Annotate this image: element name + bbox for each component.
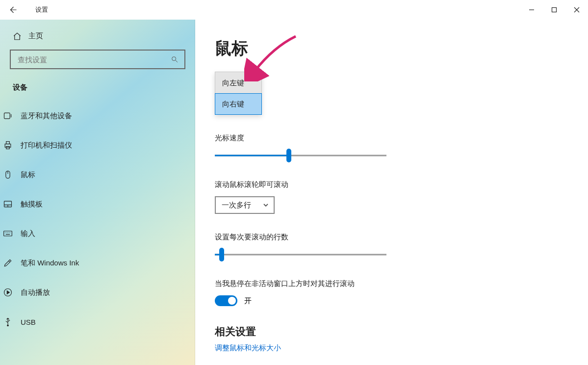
scroll-wheel-combo[interactable]: 一次多行 <box>215 196 275 214</box>
sidebar-item-label: 自动播放 <box>21 288 50 297</box>
touchpad-icon <box>3 199 13 209</box>
svg-rect-2 <box>4 113 10 119</box>
chevron-down-icon <box>263 202 269 208</box>
sidebar-item-touchpad[interactable]: 触摸板 <box>0 189 195 219</box>
search-input[interactable] <box>18 55 171 64</box>
svg-point-1 <box>172 57 176 61</box>
arrow-left-icon <box>8 5 17 14</box>
minimize-button[interactable] <box>520 2 543 18</box>
sidebar-item-usb[interactable]: USB <box>0 307 195 337</box>
sidebar-item-label: USB <box>21 318 36 326</box>
category-header: 设备 <box>13 83 185 92</box>
related-heading: 相关设置 <box>215 325 588 339</box>
titlebar: 设置 <box>0 0 588 20</box>
close-icon <box>574 7 580 13</box>
content: 鼠标 向左键 向右键 光标速度 滚动鼠标滚轮即可滚动 一次多行 设置每次要滚动的… <box>195 20 588 365</box>
home-label: 主页 <box>28 31 43 41</box>
nav-list: 蓝牙和其他设备 打印机和扫描仪 鼠标 触摸板 输入 笔和 Windows Ink <box>0 101 195 337</box>
sidebar-item-autoplay[interactable]: 自动播放 <box>0 278 195 307</box>
sidebar-item-label: 鼠标 <box>21 170 35 180</box>
autoplay-icon <box>3 287 13 297</box>
combo-value: 一次多行 <box>222 201 251 210</box>
svg-rect-5 <box>6 147 10 149</box>
scroll-wheel-label: 滚动鼠标滚轮即可滚动 <box>215 180 588 189</box>
lines-per-scroll-slider[interactable] <box>215 249 386 261</box>
pen-icon <box>3 258 13 268</box>
svg-point-10 <box>7 325 9 326</box>
related-link[interactable]: 调整鼠标和光标大小 <box>215 343 588 353</box>
scroll-wheel-section: 滚动鼠标滚轮即可滚动 一次多行 <box>215 180 588 214</box>
search-box[interactable] <box>10 50 185 69</box>
sidebar-item-pen[interactable]: 笔和 Windows Ink <box>0 248 195 278</box>
primary-button-dropdown[interactable]: 向左键 向右键 <box>215 72 262 115</box>
sidebar-item-typing[interactable]: 输入 <box>0 219 195 248</box>
hover-scroll-toggle[interactable] <box>215 295 237 306</box>
hover-scroll-label: 当我悬停在非活动窗口上方时对其进行滚动 <box>215 279 588 288</box>
sidebar-item-label: 打印机和扫描仪 <box>21 141 72 150</box>
dropdown-option-left[interactable]: 向左键 <box>215 72 261 94</box>
lines-per-scroll-label: 设置每次要滚动的行数 <box>215 233 588 242</box>
window-controls <box>520 2 588 18</box>
minimize-icon <box>529 7 535 13</box>
sidebar-item-mouse[interactable]: 鼠标 <box>0 160 195 189</box>
sidebar-item-label: 蓝牙和其他设备 <box>21 111 72 121</box>
sidebar-item-label: 触摸板 <box>21 200 43 209</box>
page-title: 鼠标 <box>215 37 588 60</box>
window-title: 设置 <box>35 5 48 14</box>
sidebar-item-label: 笔和 Windows Ink <box>21 259 79 268</box>
svg-rect-4 <box>6 142 10 144</box>
dropdown-option-right[interactable]: 向右键 <box>215 93 262 115</box>
cursor-speed-label: 光标速度 <box>215 133 588 143</box>
home-icon <box>13 32 22 41</box>
mouse-icon <box>3 170 13 180</box>
close-button[interactable] <box>565 2 588 18</box>
toggle-state-text: 开 <box>244 296 252 306</box>
maximize-icon <box>551 7 557 13</box>
sidebar-item-bluetooth[interactable]: 蓝牙和其他设备 <box>0 101 195 130</box>
bluetooth-icon <box>3 111 13 121</box>
svg-rect-8 <box>4 231 12 236</box>
sidebar-item-printers[interactable]: 打印机和扫描仪 <box>0 130 195 160</box>
home-nav[interactable]: 主页 <box>10 25 185 50</box>
svg-rect-3 <box>5 144 11 148</box>
printer-icon <box>3 140 13 150</box>
cursor-speed-section: 光标速度 <box>215 133 588 161</box>
usb-icon <box>3 317 13 327</box>
maximize-button[interactable] <box>543 2 565 18</box>
sidebar-item-label: 输入 <box>21 229 35 238</box>
svg-rect-0 <box>552 8 557 12</box>
back-button[interactable] <box>4 1 22 19</box>
cursor-speed-slider[interactable] <box>215 150 386 161</box>
sidebar: 主页 设备 蓝牙和其他设备 打印机和扫描仪 鼠标 触摸 <box>0 20 195 365</box>
search-icon <box>171 55 179 63</box>
hover-scroll-section: 当我悬停在非活动窗口上方时对其进行滚动 开 <box>215 279 588 306</box>
lines-per-scroll-section: 设置每次要滚动的行数 <box>215 233 588 261</box>
keyboard-icon <box>3 229 13 238</box>
